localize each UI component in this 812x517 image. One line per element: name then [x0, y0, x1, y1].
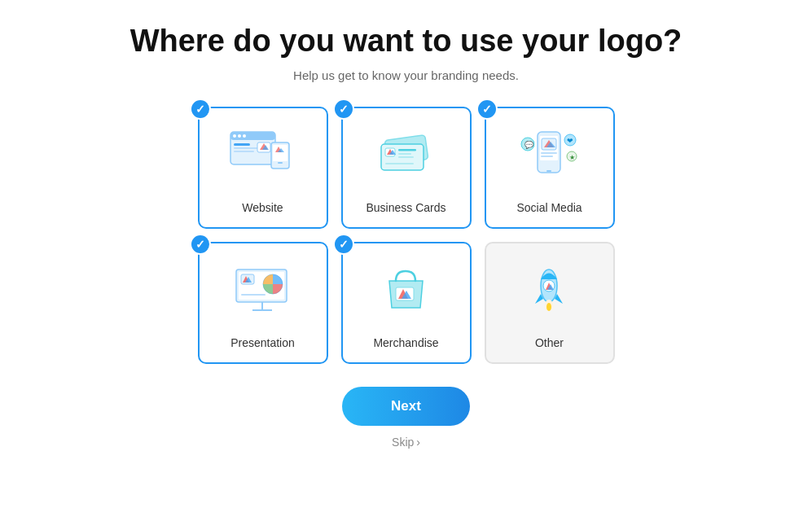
svg-rect-23 — [398, 156, 414, 158]
check-website: ✓ — [190, 99, 211, 120]
svg-rect-38 — [541, 156, 553, 157]
next-button[interactable]: Next — [342, 387, 470, 426]
svg-rect-4 — [243, 134, 246, 138]
other-icon — [486, 243, 613, 336]
card-merchandise[interactable]: ✓ Merchandise — [341, 242, 472, 364]
merchandise-label: Merchandise — [373, 336, 438, 349]
check-merchandise: ✓ — [333, 234, 354, 255]
options-grid: ✓ — [198, 107, 615, 364]
svg-rect-2 — [233, 134, 236, 138]
svg-text:💬: 💬 — [525, 140, 534, 150]
svg-rect-37 — [541, 152, 557, 154]
presentation-icon — [200, 243, 327, 336]
svg-text:★: ★ — [569, 154, 575, 161]
skip-label: Skip — [392, 436, 414, 449]
website-label: Website — [242, 201, 283, 214]
check-social-media: ✓ — [476, 99, 498, 120]
presentation-label: Presentation — [230, 336, 295, 349]
card-presentation[interactable]: ✓ Presenta — [198, 242, 328, 364]
svg-rect-12 — [273, 145, 287, 161]
website-icon — [200, 108, 327, 201]
svg-rect-1 — [230, 132, 275, 140]
svg-rect-27 — [546, 170, 551, 172]
svg-rect-6 — [234, 147, 258, 149]
business-cards-label: Business Cards — [366, 201, 446, 214]
card-social-media[interactable]: ✓ 💬 ❤ ★ Soci — [485, 107, 615, 229]
page-subtitle: Help us get to know your branding needs. — [293, 68, 519, 82]
svg-text:❤: ❤ — [567, 137, 573, 145]
svg-rect-5 — [234, 143, 250, 146]
card-website[interactable]: ✓ — [198, 107, 328, 229]
svg-rect-47 — [241, 294, 266, 296]
svg-rect-13 — [278, 162, 283, 164]
card-other[interactable]: ✓ Other — [485, 242, 615, 364]
check-business-cards: ✓ — [333, 99, 354, 120]
svg-rect-22 — [398, 153, 411, 155]
page-title: Where do you want to use your logo? — [130, 24, 683, 59]
business-cards-icon — [343, 108, 470, 201]
svg-point-56 — [546, 303, 551, 311]
check-presentation: ✓ — [190, 234, 211, 255]
other-label: Other — [535, 336, 564, 349]
social-media-label: Social Media — [516, 201, 582, 214]
svg-rect-7 — [234, 151, 254, 152]
svg-rect-21 — [398, 149, 416, 151]
svg-rect-24 — [385, 163, 414, 164]
card-business-cards[interactable]: ✓ Business Cards — [341, 107, 472, 229]
merchandise-icon — [343, 243, 470, 336]
svg-rect-3 — [238, 134, 241, 138]
skip-link[interactable]: Skip › — [392, 436, 420, 449]
social-media-icon: 💬 ❤ ★ — [486, 108, 613, 201]
chevron-right-icon: › — [416, 436, 420, 449]
